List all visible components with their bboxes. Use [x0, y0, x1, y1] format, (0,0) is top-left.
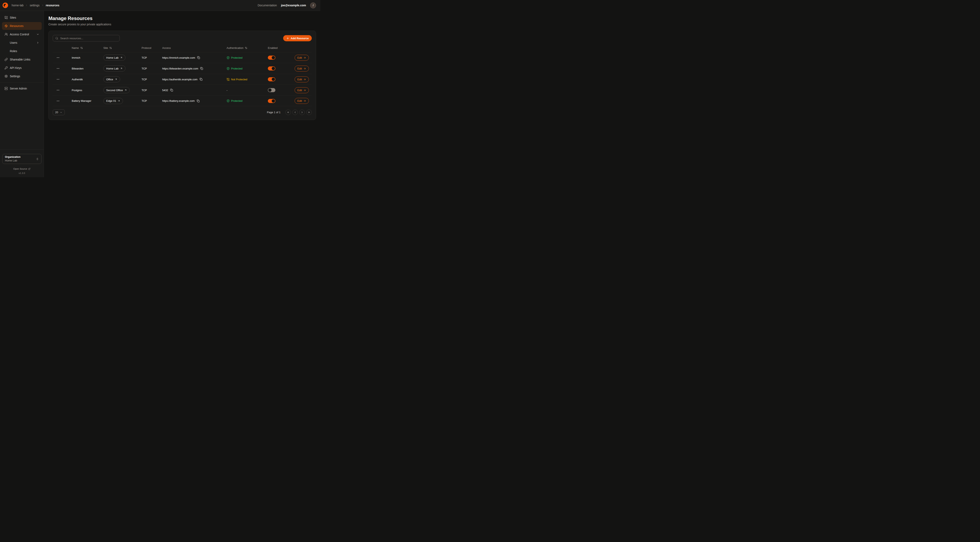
row-menu-button[interactable] [56, 99, 60, 103]
arrow-up-right-icon [124, 89, 127, 91]
access-url: https://bitwarden.example.com [162, 67, 198, 70]
edit-button[interactable]: Edit [294, 98, 309, 104]
sidebar-item-roles[interactable]: Roles [2, 47, 42, 55]
app-version: v1.3.0 [2, 172, 42, 174]
site-link-button[interactable]: Home Lab [103, 65, 126, 72]
next-page-button[interactable] [299, 110, 305, 115]
site-link-button[interactable]: Home Lab [103, 54, 126, 61]
row-menu-button[interactable] [56, 67, 60, 70]
shield-check-icon [227, 56, 230, 59]
column-header-site[interactable]: Site [100, 46, 138, 49]
site-link-button[interactable]: Second Office [103, 87, 130, 93]
chevron-right-icon [301, 111, 303, 114]
access-url: 5432 [162, 89, 168, 92]
search-box [53, 35, 120, 41]
enabled-toggle[interactable] [268, 99, 275, 103]
copy-button[interactable] [197, 56, 200, 59]
sidebar-item-shareable-links[interactable]: Shareable Links [2, 56, 42, 63]
copy-button[interactable] [170, 89, 173, 92]
add-resource-button[interactable]: Add Resource [283, 35, 312, 41]
edit-button[interactable]: Edit [294, 65, 309, 72]
protocol-value: TCP [138, 89, 159, 92]
copy-button[interactable] [199, 78, 203, 81]
previous-page-button[interactable] [292, 110, 298, 115]
breadcrumb-settings[interactable]: settings [30, 4, 40, 7]
sidebar-item-label: Settings [10, 75, 20, 78]
row-menu-button[interactable] [56, 56, 60, 60]
sidebar-item-label: Users [10, 41, 18, 45]
sidebar-item-users[interactable]: Users [2, 39, 42, 46]
protocol-value: TCP [138, 56, 159, 59]
sort-icon [245, 46, 247, 49]
open-source-label: Open Source [13, 167, 27, 170]
org-switcher[interactable]: Organization Home Lab [2, 154, 41, 164]
sidebar: Sites Resources Access Control Users Rol… [0, 11, 44, 177]
last-page-button[interactable] [306, 110, 312, 115]
search-input[interactable] [60, 37, 117, 40]
toggle-knob [272, 67, 275, 70]
sidebar-item-label: API Keys [10, 66, 22, 70]
arrow-right-icon [303, 89, 306, 92]
site-name: Home Lab [106, 67, 118, 70]
sidebar-item-access-control[interactable]: Access Control [2, 30, 42, 38]
row-menu-button[interactable] [56, 88, 60, 92]
copy-button[interactable] [200, 67, 203, 70]
sidebar-item-label: Resources [10, 24, 24, 27]
edit-button[interactable]: Edit [294, 87, 309, 93]
resource-name: Immich [68, 56, 100, 59]
copy-icon [197, 56, 200, 59]
auth-status-badge: Protected [227, 56, 242, 59]
row-menu-button[interactable] [56, 77, 60, 81]
enabled-toggle[interactable] [268, 56, 275, 60]
breadcrumb-org[interactable]: home-lab [12, 4, 24, 7]
enabled-toggle[interactable] [268, 67, 275, 70]
copy-button[interactable] [197, 99, 200, 103]
access-url: https://authentik.example.com [162, 78, 197, 81]
arrow-up-right-icon [118, 100, 120, 102]
sidebar-item-resources[interactable]: Resources [2, 22, 42, 30]
sidebar-item-label: Server Admin [10, 87, 27, 90]
arrow-right-icon [303, 99, 306, 102]
external-link-icon [28, 168, 30, 170]
edit-button[interactable]: Edit [294, 55, 309, 61]
chevrons-up-down-icon [36, 158, 39, 161]
breadcrumb: home-lab settings resources [12, 4, 59, 7]
enabled-toggle[interactable] [268, 77, 275, 81]
chevron-left-icon [294, 111, 296, 114]
server-icon [5, 87, 8, 90]
column-header-authentication[interactable]: Authentication [223, 46, 264, 49]
chevron-right-icon [37, 41, 39, 44]
site-link-button[interactable]: Edge 01 [103, 98, 123, 104]
page-info: Page 1 of 1 [267, 111, 281, 114]
avatar[interactable]: J [310, 2, 316, 8]
auth-status-badge: - [227, 89, 228, 92]
table-header: Name Site Protocol Access Authenticati [53, 43, 312, 52]
arrow-right-icon [303, 56, 306, 59]
org-switcher-text: Organization Home Lab [5, 156, 21, 162]
ellipsis-icon [56, 99, 60, 103]
org-switcher-label: Organization [5, 156, 21, 159]
open-source-link[interactable]: Open Source [13, 167, 30, 170]
app-logo[interactable] [2, 2, 9, 9]
arrow-up-right-icon [120, 56, 123, 59]
edit-button[interactable]: Edit [294, 77, 309, 82]
shield-off-icon [227, 78, 230, 81]
ellipsis-icon [56, 89, 60, 92]
site-link-button[interactable]: Office [103, 76, 120, 82]
sidebar-item-sites[interactable]: Sites [2, 14, 42, 21]
sidebar-item-server-admin[interactable]: Server Admin [2, 84, 42, 92]
sort-icon [80, 46, 83, 49]
first-page-button[interactable] [285, 110, 291, 115]
access-url: https://immich.example.com [162, 56, 195, 59]
user-email[interactable]: joe@example.com [281, 4, 306, 7]
site-name: Edge 01 [106, 99, 116, 102]
copy-icon [197, 99, 200, 102]
protocol-value: TCP [138, 99, 159, 102]
documentation-link[interactable]: Documentation [258, 4, 277, 7]
column-header-name[interactable]: Name [68, 46, 100, 49]
plus-icon [286, 37, 289, 40]
page-size-select[interactable]: 20 [53, 109, 65, 115]
sidebar-item-settings[interactable]: Settings [2, 72, 42, 80]
sidebar-item-api-keys[interactable]: API Keys [2, 64, 42, 72]
enabled-toggle[interactable] [268, 88, 275, 92]
